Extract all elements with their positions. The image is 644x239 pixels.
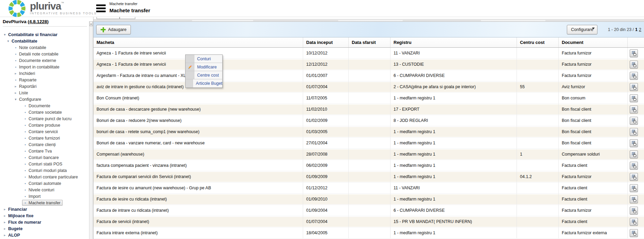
row-action-button[interactable] <box>630 184 638 192</box>
row-action-button[interactable] <box>630 72 638 80</box>
row-action-button[interactable] <box>630 150 638 158</box>
sidebar-tree-item[interactable]: ●Contare societate <box>0 109 89 115</box>
sidebar-tree-item[interactable]: ●Note contabile <box>0 44 89 51</box>
cell-data-inceput: 01/09/2004 <box>303 205 349 216</box>
row-action-button[interactable] <box>630 229 638 237</box>
row-action-button[interactable] <box>630 49 638 57</box>
sidebar-tree-item[interactable]: ●Conturi statii POS <box>0 161 89 167</box>
scroll-up-icon[interactable]: ▲ <box>89 21 93 26</box>
column-header-centru-cost[interactable]: Centru cost <box>517 37 559 47</box>
table-row[interactable]: Factura de servicii (intranet) 01/07/200… <box>93 216 644 227</box>
tree-item-label: Contabilitate <box>12 39 37 44</box>
column-header-document[interactable]: Document <box>559 37 628 47</box>
column-header-registru[interactable]: Registru <box>390 37 517 47</box>
table-row[interactable]: Bonuri de casa - vanzare numerar, card -… <box>93 138 644 149</box>
table-row[interactable]: Agneza - 1 Factura de intrare servicii 1… <box>93 59 644 70</box>
sidebar-scrollbar[interactable]: ▲ <box>89 21 93 239</box>
column-header-macheta[interactable]: Macheta <box>93 37 303 47</box>
row-action-button[interactable] <box>630 173 638 181</box>
chevron-down-icon: ▾ <box>14 96 18 102</box>
sidebar-tree-item[interactable]: ▸Inchideri <box>0 70 89 77</box>
sidebar-tree-item[interactable]: ●Machete transfer <box>0 200 89 206</box>
row-action-button[interactable] <box>630 218 638 226</box>
cell-registru: 13 - CUSTODIE <box>390 59 517 70</box>
sidebar-tree-item[interactable]: ▾Contabilitate si financiar <box>0 31 89 38</box>
configure-button[interactable]: Configurare <box>567 25 597 34</box>
sidebar-tree-item[interactable]: ▸Bugete <box>0 225 89 232</box>
page-link[interactable]: 1 <box>635 27 638 32</box>
sidebar-tree-item[interactable]: ▸Flux de numerar <box>0 219 89 225</box>
row-action-button[interactable] <box>630 195 638 203</box>
list-hand-icon <box>631 230 637 236</box>
table-row[interactable]: bonuri de casa - retete suma_comp1 (new … <box>93 126 644 138</box>
table-row[interactable]: Factura de cumparari servicii din Servic… <box>93 171 644 182</box>
column-header-data-inceput[interactable]: Data inceput <box>303 37 349 47</box>
sidebar-tree-item[interactable]: ●Conturi moduri plata <box>0 167 89 174</box>
row-action-button[interactable] <box>630 106 638 113</box>
sidebar-tree-item[interactable]: ▾Configurare <box>0 96 89 102</box>
table-row[interactable]: Factura de intrare cu ridicata (intranet… <box>93 205 644 216</box>
sidebar-tree-item[interactable]: ●Contare furnizori <box>0 135 89 141</box>
tree-item-label: ALOP <box>8 233 20 238</box>
sidebar-tree-item[interactable]: ●Contare punct de lucru <box>0 115 89 122</box>
cell-centru-cost: 55 <box>517 81 559 92</box>
sidebar-tree-item[interactable]: ▸Mijloace fixe <box>0 212 89 219</box>
sidebar-tree-item[interactable]: ▸ALOP <box>0 232 89 238</box>
cell-registru: 1 - medfarm registru 1 <box>390 138 517 148</box>
sidebar-tree-item[interactable]: ●Contare produse <box>0 122 89 128</box>
add-button[interactable]: Adaugare <box>96 25 131 34</box>
sidebar-tree-item[interactable]: ●Contare Tva <box>0 148 89 154</box>
context-menu-item[interactable]: Conturi <box>186 55 222 63</box>
row-action-button[interactable] <box>630 162 638 170</box>
cell-data-inceput: 01/07/2004 <box>303 81 349 92</box>
cell-data-sfarsit <box>349 194 390 205</box>
row-action-button[interactable] <box>630 128 638 136</box>
sidebar-tree-item[interactable]: ●Contari automate <box>0 180 89 187</box>
context-menu-item[interactable]: Centre cost <box>186 71 222 79</box>
row-action-button[interactable] <box>630 207 638 214</box>
column-header-data-sfarsit[interactable]: Data sfarsit <box>349 37 390 47</box>
sidebar-tree-item[interactable]: ●Detalii note contabile <box>0 51 89 57</box>
table-row[interactable]: Bon Consum (intranet) 11/07/2005 1 - med… <box>93 93 644 104</box>
cell-data-sfarsit <box>349 93 390 103</box>
sidebar-tree-item[interactable]: ●Documente externe <box>0 57 89 64</box>
table-row[interactable]: aviz de intrare in gestiune cu ridicata … <box>93 81 644 93</box>
table-row[interactable]: factura compensata pacient - vinzarea (i… <box>93 160 644 171</box>
row-action-button[interactable] <box>630 139 638 147</box>
context-menu-item[interactable]: Articole Buget <box>186 79 222 87</box>
cell-centru-cost <box>517 160 559 171</box>
table-row[interactable]: Factura de iesire cu ridicata (intranet)… <box>93 194 644 205</box>
row-action-button[interactable] <box>630 83 638 91</box>
sidebar-tree-item[interactable]: ●Documente <box>0 102 89 109</box>
table-row[interactable]: Bonuri de casa - reducere 2(new warehous… <box>93 115 644 126</box>
table-row[interactable]: Bonuri de casa - descarcare gestiune (ne… <box>93 104 644 115</box>
sidebar-tree-item[interactable]: ●Import in contabilitate <box>0 64 89 70</box>
sidebar-tree-item[interactable]: ●Contare servicii <box>0 128 89 135</box>
sidebar-tree-item[interactable]: ▾Contabilitate <box>0 38 89 44</box>
sidebar-tree-item[interactable]: ●Rapoarte <box>0 77 89 83</box>
sidebar-tree-item[interactable]: ▸Raportări <box>0 83 89 90</box>
page-link[interactable]: 2 <box>639 27 641 32</box>
table-row[interactable]: Argesfarm - Factura de intrare cu amanun… <box>93 70 644 81</box>
sidebar-tree-item[interactable]: ●Nivele conturi <box>0 187 89 193</box>
page-title: Machete transfer <box>109 7 150 13</box>
sidebar-tree-item[interactable]: ▸Financiar <box>0 206 89 212</box>
table-row[interactable]: Agneza - 1 Factura de intrare servicii 1… <box>93 48 644 59</box>
menu-icon[interactable] <box>96 4 106 13</box>
sidebar-tree-item[interactable]: ▸Liste <box>0 90 89 96</box>
version-link[interactable]: 4.8.1228 <box>29 19 47 24</box>
row-action-button[interactable] <box>630 117 638 125</box>
sidebar-tree-item[interactable]: ●Conturi bancare <box>0 154 89 161</box>
sidebar-tree-item[interactable]: ●Contare clienți <box>0 141 89 148</box>
sidebar-tree-item[interactable]: ●Moduri contare particulare <box>0 174 89 180</box>
table-row[interactable]: Compensari (warehouse) 28/07/2008 1 - me… <box>93 149 644 160</box>
cell-registru: 11 - VANZARI <box>390 182 517 193</box>
sidebar-tree-item[interactable]: ●Import <box>0 193 89 200</box>
cell-data-inceput: 01/01/2007 <box>303 70 349 81</box>
table-row[interactable]: Factura de iesire cu amanunt (new wareho… <box>93 182 644 194</box>
row-action-button[interactable] <box>630 94 638 102</box>
row-action-button[interactable] <box>630 61 638 68</box>
bullet-icon: ● <box>14 77 18 83</box>
table-row[interactable]: Factura intrare externa (intranet) 18/04… <box>93 227 644 239</box>
context-menu-item[interactable]: Modificare <box>186 63 222 71</box>
